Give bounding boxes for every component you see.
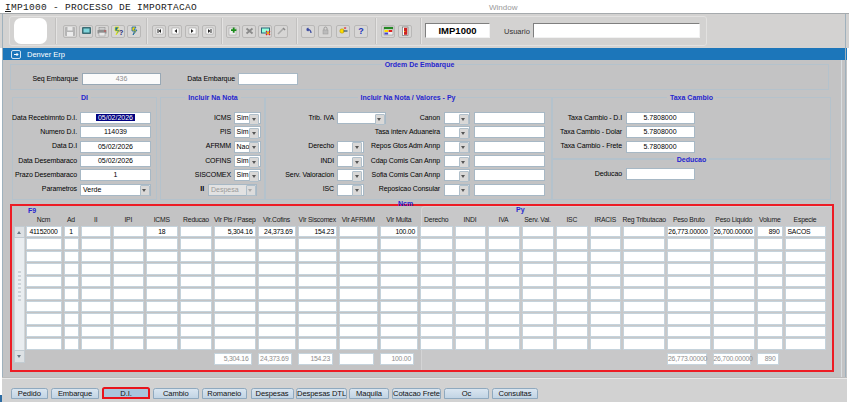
svg-text:?: ? (119, 29, 123, 36)
